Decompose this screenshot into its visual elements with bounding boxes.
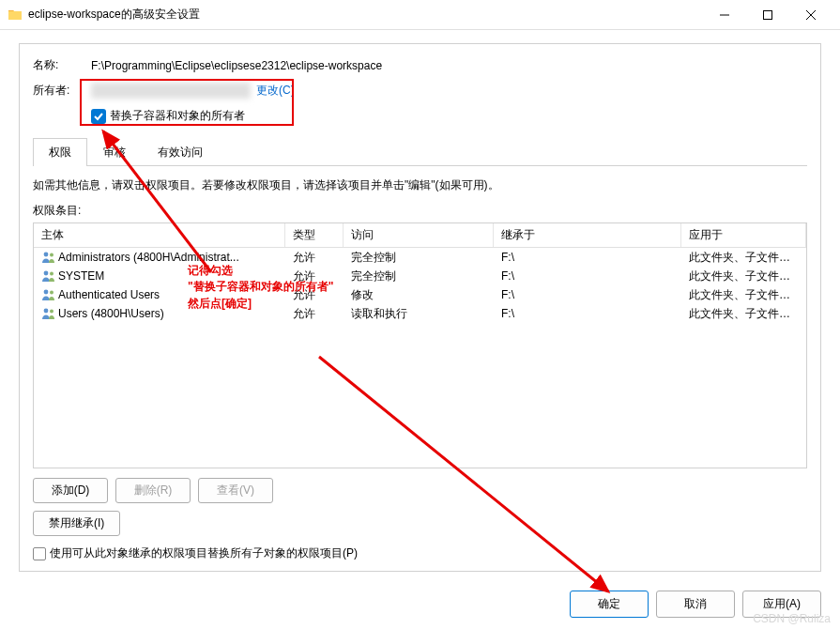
col-type[interactable]: 类型: [285, 223, 344, 247]
disable-inherit-button[interactable]: 禁用继承(I): [33, 511, 120, 536]
owner-label: 所有者:: [33, 83, 91, 99]
svg-point-10: [44, 309, 49, 314]
replace-child-label: 使用可从此对象继承的权限项目替换所有子对象的权限项目(P): [50, 545, 358, 561]
table-row[interactable]: Administrators (4800H\Administrat...允许完全…: [34, 248, 806, 267]
users-icon: [41, 269, 56, 283]
name-label: 名称:: [33, 57, 91, 73]
hint-text: 如需其他信息，请双击权限项目。若要修改权限项目，请选择该项目并单击"编辑"(如果…: [33, 177, 807, 193]
tab-audit[interactable]: 审核: [87, 138, 142, 166]
users-icon: [41, 288, 56, 301]
tab-permissions[interactable]: 权限: [33, 138, 87, 166]
users-icon: [41, 307, 56, 320]
view-button[interactable]: 查看(V): [198, 478, 273, 503]
name-value: F:\Programming\Eclipse\eclipsese2312\ecl…: [91, 59, 382, 72]
ok-button[interactable]: 确定: [570, 591, 649, 618]
svg-point-5: [50, 253, 53, 257]
owner-value: （已隐藏）: [91, 83, 251, 99]
maximize-button[interactable]: [746, 0, 789, 30]
replace-child-checkbox[interactable]: [33, 547, 46, 560]
replace-owner-label: 替换子容器和对象的所有者: [110, 108, 245, 124]
minimize-button[interactable]: [703, 0, 746, 30]
svg-point-6: [44, 271, 49, 276]
table-row[interactable]: SYSTEM允许完全控制F:\此文件夹、子文件夹和文件: [34, 267, 806, 285]
replace-owner-checkbox[interactable]: [91, 109, 106, 124]
change-owner-link[interactable]: 更改(C): [256, 83, 295, 99]
close-button[interactable]: [789, 0, 832, 30]
svg-point-8: [44, 290, 49, 295]
tab-effective-access[interactable]: 有效访问: [142, 138, 219, 166]
svg-point-7: [50, 272, 53, 276]
svg-point-11: [50, 310, 53, 314]
entries-label: 权限条目:: [33, 203, 807, 219]
col-inherited[interactable]: 继承于: [494, 223, 681, 247]
svg-point-9: [50, 291, 53, 295]
add-button[interactable]: 添加(D): [33, 478, 108, 503]
replace-owner-checkbox-row[interactable]: 替换子容器和对象的所有者: [91, 108, 807, 124]
users-icon: [41, 251, 56, 264]
svg-rect-1: [764, 10, 772, 19]
table-row[interactable]: Users (4800H\Users)允许读取和执行F:\此文件夹、子文件夹和文…: [34, 304, 806, 323]
permissions-table: 主体 类型 访问 继承于 应用于 Administrators (4800H\A…: [33, 222, 807, 468]
col-principal[interactable]: 主体: [34, 223, 285, 247]
watermark: CSDN @Ruliza: [753, 612, 831, 625]
cancel-button[interactable]: 取消: [656, 591, 735, 618]
table-row[interactable]: Authenticated Users允许修改F:\此文件夹、子文件夹和文件: [34, 285, 806, 304]
col-access[interactable]: 访问: [344, 223, 494, 247]
col-applies[interactable]: 应用于: [681, 223, 806, 247]
window-title: eclipse-workspace的高级安全设置: [28, 7, 703, 23]
svg-point-4: [44, 253, 49, 257]
folder-icon: [8, 8, 23, 23]
delete-button[interactable]: 删除(R): [115, 478, 191, 503]
